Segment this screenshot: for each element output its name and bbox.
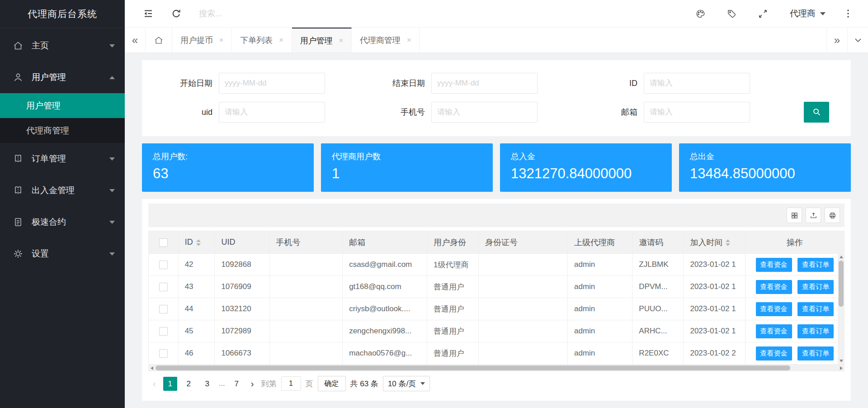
export-button[interactable] [806,208,821,223]
tab-user-withdraw[interactable]: 用户提币 × [172,28,232,52]
search-input[interactable] [199,9,344,19]
cell-idcard [479,342,568,365]
sidebar-item-funds-mgmt[interactable]: 出入金管理 [0,175,125,206]
view-funds-button[interactable]: 查看资金 [756,324,792,338]
columns-filter-button[interactable] [787,208,802,223]
header-id[interactable]: ID [178,231,215,254]
stat-value: 1321270.84000000 [511,166,661,182]
sidebar-item-label: 极速合约 [32,216,66,228]
theme-palette-icon[interactable] [695,9,706,19]
select-all-checkbox[interactable] [159,238,168,247]
close-icon[interactable]: × [279,36,283,44]
search-button[interactable] [804,102,829,123]
end-date-input[interactable] [431,73,538,94]
tab-user-mgmt[interactable]: 用户管理 × [292,28,352,52]
sidebar-item-home[interactable]: 主页 [0,30,125,62]
row-checkbox[interactable] [159,305,168,313]
fullscreen-icon[interactable] [758,9,768,19]
more-options-icon[interactable] [844,9,853,19]
close-icon[interactable]: × [407,36,411,44]
row-checkbox[interactable] [159,327,168,336]
vertical-scrollbar[interactable] [838,253,844,364]
cell-agent: admin [567,342,632,365]
row-checkbox[interactable] [159,283,168,291]
collapse-sidebar-icon[interactable] [143,8,154,19]
email-input[interactable] [644,102,750,123]
row-checkbox[interactable] [159,261,168,269]
view-funds-button[interactable]: 查看资金 [756,258,792,272]
header-join-time[interactable]: 加入时间 [684,231,745,254]
close-icon[interactable]: × [339,37,343,45]
sidebar-item-settings[interactable]: 设置 [0,238,125,270]
page-button-7[interactable]: 7 [230,377,244,391]
tabs-scroll-right-button[interactable]: » [826,28,847,52]
stat-total-users: 总用户数: 63 [142,143,314,192]
print-button[interactable] [825,208,840,223]
sidebar-item-label: 主页 [32,40,49,52]
table-body: 42 1092868 csasd@gmail.com 1级代理商 admin Z… [149,254,844,365]
confirm-button[interactable]: 确定 [318,376,346,391]
content-area: 开始日期 结束日期 ID uid [125,53,868,408]
tag-icon[interactable] [726,9,737,19]
cell-idcard [479,276,568,298]
goto-page-input[interactable] [281,376,301,391]
close-icon[interactable]: × [219,36,223,44]
tabs-scroll-left-button[interactable]: « [125,28,146,52]
phone-input[interactable] [431,102,538,123]
scroll-down-arrow[interactable] [838,357,844,364]
page-button-2[interactable]: 2 [182,377,196,391]
page-button-3[interactable]: 3 [200,377,214,391]
cell-uid: 1076909 [215,276,269,298]
stat-value: 13484.85000000 [690,166,840,182]
page-size-select[interactable]: 10 条/页 [383,376,430,391]
filter-start-date: 开始日期 [160,73,373,94]
tab-home[interactable] [146,28,172,52]
refresh-icon[interactable] [171,8,182,19]
field-label: 手机号 [373,107,431,118]
row-checkbox[interactable] [159,349,168,358]
page-button-1[interactable]: 1 [163,377,177,391]
prev-page-button[interactable]: ‹ [150,379,159,389]
view-funds-button[interactable]: 查看资金 [756,302,792,316]
view-orders-button[interactable]: 查看订单 [797,302,834,316]
cell-join-time: 2023-01-02 2 [684,342,745,365]
cell-email: csasd@gmail.com [343,254,427,276]
sort-icon[interactable] [196,239,201,246]
view-funds-button[interactable]: 查看资金 [756,280,792,294]
scroll-right-arrow[interactable] [838,365,844,371]
header-idcard: 身份证号 [479,231,568,254]
stat-cards: 总用户数: 63 代理商用户数 1 总入金 1321270.84000000 总… [142,143,851,192]
id-input[interactable] [644,73,750,94]
chevron-down-icon [854,36,863,45]
view-orders-button[interactable]: 查看订单 [797,258,834,272]
start-date-input[interactable] [219,73,325,94]
sidebar-item-order-mgmt[interactable]: 订单管理 [0,143,125,175]
tab-order-list[interactable]: 下单列表 × [232,28,292,52]
tabs-menu-button[interactable] [847,28,868,52]
view-orders-button[interactable]: 查看订单 [797,346,834,361]
sidebar-item-user-mgmt[interactable]: 用户管理 [0,62,125,93]
sidebar-subitem-agent-mgmt[interactable]: 代理商管理 [0,118,125,143]
next-page-button[interactable]: › [248,379,257,389]
view-orders-button[interactable]: 查看订单 [797,324,834,338]
page-ellipsis: ... [219,379,225,388]
scrollbar-thumb[interactable] [839,261,844,307]
view-orders-button[interactable]: 查看订单 [797,280,834,294]
sort-icon[interactable] [726,239,730,246]
export-icon [810,212,817,219]
horizontal-scrollbar[interactable] [148,365,844,371]
tab-agent-mgmt[interactable]: 代理商管理 × [352,28,420,52]
double-chevron-right-icon: » [834,34,840,47]
scrollbar-thumb[interactable] [156,365,790,370]
user-menu[interactable]: 代理商 [790,8,826,19]
cell-agent: admin [567,276,632,298]
sidebar-subitem-user-mgmt[interactable]: 用户管理 [0,93,125,118]
page-unit-label: 页 [306,379,313,389]
cell-id: 44 [178,298,215,320]
uid-input[interactable] [219,102,325,123]
view-funds-button[interactable]: 查看资金 [756,346,792,361]
sidebar-item-contracts[interactable]: 极速合约 [0,206,125,238]
scroll-up-arrow[interactable] [838,253,844,260]
sidebar-item-label: 订单管理 [32,153,66,165]
scroll-left-arrow[interactable] [148,365,155,371]
